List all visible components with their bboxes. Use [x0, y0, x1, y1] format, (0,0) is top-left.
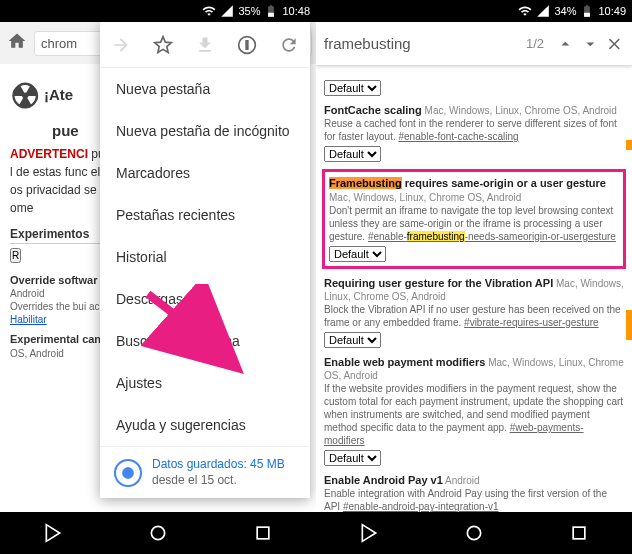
flag-row: Enable web payment modifiers Mac, Window…: [324, 355, 624, 466]
heading-1: ¡Ate: [44, 86, 73, 103]
menu-settings[interactable]: Ajustes: [100, 362, 310, 404]
flag-select[interactable]: Default: [324, 80, 381, 96]
back-nav-icon[interactable]: [359, 523, 379, 543]
find-input[interactable]: [324, 35, 514, 52]
flag-row: Default: [324, 77, 624, 96]
home-nav-icon[interactable]: [464, 523, 484, 543]
recents-nav-icon[interactable]: [253, 523, 273, 543]
svg-point-1: [151, 526, 164, 539]
menu-new-tab[interactable]: Nueva pestaña: [100, 68, 310, 110]
data-saved-amount: Datos guardados: 45 MB: [152, 457, 285, 471]
flag-platforms: Mac, Windows, Linux, Chrome OS, Android: [329, 192, 521, 203]
overflow-menu: Nueva pestaña Nueva pestaña de incógnito…: [100, 22, 310, 498]
svg-rect-5: [573, 527, 585, 539]
data-saved-since: desde el 15 oct.: [152, 473, 237, 487]
menu-data-saver[interactable]: Datos guardados: 45 MB desde el 15 oct.: [100, 446, 310, 498]
flag-row: Requiring user gesture for the Vibration…: [324, 276, 624, 348]
recents-nav-icon[interactable]: [569, 523, 589, 543]
menu-history[interactable]: Historial: [100, 236, 310, 278]
right-phone: 34% 10:49 1/2 Default FontCache scaling …: [316, 0, 632, 554]
svg-rect-0: [269, 13, 275, 17]
battery-pct: 35%: [238, 5, 260, 17]
clock: 10:48: [282, 5, 310, 17]
flag-platforms: Mac, Windows, Linux, Chrome OS, Android: [425, 105, 617, 116]
home-nav-icon[interactable]: [148, 523, 168, 543]
menu-incognito[interactable]: Nueva pestaña de incógnito: [100, 110, 310, 152]
menu-downloads[interactable]: Descargas: [100, 278, 310, 320]
data-saver-icon: [114, 459, 142, 487]
refresh-icon[interactable]: [279, 35, 299, 55]
find-prev-icon[interactable]: [556, 34, 575, 54]
menu-find-in-page[interactable]: Buscar en la página: [100, 320, 310, 362]
flag-select[interactable]: Default: [329, 246, 386, 262]
battery-icon: [580, 4, 594, 18]
status-bar: 35% 10:48: [0, 0, 316, 22]
scroll-thumb[interactable]: [626, 310, 632, 340]
radiation-icon: ☢: [10, 76, 40, 116]
forward-icon: [111, 35, 131, 55]
wifi-icon: [518, 4, 532, 18]
menu-recent-tabs[interactable]: Pestañas recientes: [100, 194, 310, 236]
menu-help[interactable]: Ayuda y sugerencias: [100, 404, 310, 446]
clock-r: 10:49: [598, 5, 626, 17]
flag-link[interactable]: #enable-: [368, 231, 407, 242]
flag-link[interactable]: #vibrate-requires-user-gesture: [464, 317, 599, 328]
flag-title: FontCache scaling: [324, 104, 422, 116]
scroll-marker: [626, 140, 632, 150]
flag-select[interactable]: Default: [324, 332, 381, 348]
flag-link[interactable]: #enable-android-pay-integration-v1: [343, 501, 499, 512]
find-next-icon[interactable]: [581, 34, 600, 54]
flag-link-highlight[interactable]: framebusting: [407, 231, 465, 242]
battery-pct-r: 34%: [554, 5, 576, 17]
back-nav-icon[interactable]: [43, 523, 63, 543]
menu-icon-row: [100, 22, 310, 68]
flag-title-highlight: Framebusting: [329, 177, 402, 189]
star-icon[interactable]: [153, 35, 173, 55]
flag-platforms: Android: [445, 475, 479, 486]
wifi-icon: [202, 4, 216, 18]
flag-select[interactable]: Default: [324, 450, 381, 466]
flag-link[interactable]: #enable-font-cache-scaling: [398, 131, 518, 142]
flag1-title: Override softwar: [10, 274, 97, 286]
download-icon: [195, 35, 215, 55]
reset-button[interactable]: R: [10, 248, 21, 263]
svg-rect-3: [585, 13, 591, 17]
left-phone: 35% 10:48 chrom ☢¡Ate pue ADVERTENCI pue…: [0, 0, 316, 554]
svg-rect-2: [257, 527, 269, 539]
signal-icon: [220, 4, 234, 18]
flag-title: Enable web payment modifiers: [324, 356, 485, 368]
find-close-icon[interactable]: [605, 34, 624, 54]
flag-row-highlighted: Framebusting requires same-origin or a u…: [322, 169, 626, 268]
flag1-link[interactable]: Habilitar: [10, 314, 47, 325]
flag-link[interactable]: -needs-sameorigin-or-usergesture: [465, 231, 616, 242]
home-button[interactable]: [4, 31, 30, 55]
warning-label: ADVERTENCI: [10, 147, 88, 161]
signal-icon: [536, 4, 550, 18]
find-in-page-bar: 1/2: [316, 22, 632, 66]
info-icon[interactable]: [237, 35, 257, 55]
flag1-plat: Android: [10, 288, 44, 299]
find-count: 1/2: [526, 36, 544, 51]
android-navbar: [0, 512, 316, 554]
menu-bookmarks[interactable]: Marcadores: [100, 152, 310, 194]
status-bar-r: 34% 10:49: [316, 0, 632, 22]
flags-list[interactable]: Default FontCache scaling Mac, Windows, …: [316, 66, 632, 512]
svg-point-4: [467, 526, 480, 539]
flag-select[interactable]: Default: [324, 146, 381, 162]
flag-row: FontCache scaling Mac, Windows, Linux, C…: [324, 103, 624, 162]
flag-title: Enable Android Pay v1: [324, 474, 443, 486]
android-navbar-r: [316, 512, 632, 554]
flag-title: Requiring user gesture for the Vibration…: [324, 277, 553, 289]
flag-row: Enable Android Pay v1 Android Enable int…: [324, 473, 624, 512]
battery-icon: [264, 4, 278, 18]
flag-title: requires same-origin or a user gesture: [402, 177, 606, 189]
